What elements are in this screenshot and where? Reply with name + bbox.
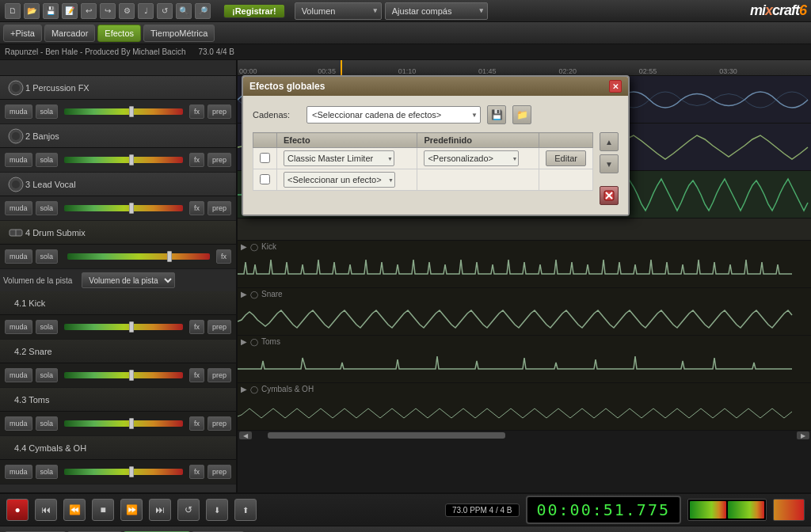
solo-btn-3[interactable]: sola [36,201,59,215]
fader-kick[interactable] [64,324,183,330]
record-settings-icon[interactable]: ⚙ [119,3,135,19]
fx-btn-3[interactable]: fx [189,201,204,215]
fader-2[interactable] [64,157,183,163]
mute-cymbal[interactable]: muda [5,465,32,479]
cymbal-loop-icon[interactable]: ◯ [250,386,258,393]
prep-btn-1[interactable]: prep [208,104,231,119]
prep-kick[interactable]: prep [208,320,231,334]
fx-btn-4[interactable]: fx [216,249,231,264]
preset-dropdown-1[interactable]: <Personalizado> [424,150,519,166]
prep-btn-2[interactable]: prep [208,153,231,167]
marker-button[interactable]: Marcador [44,25,95,42]
time-metric-button[interactable]: TiempoMétrica [143,25,215,42]
zoom-out-icon[interactable]: 🔎 [195,3,211,19]
playhead[interactable] [341,60,342,75]
effect-checkbox-2[interactable] [260,174,270,184]
mute-btn-4[interactable]: muda [5,249,32,264]
forward-button[interactable]: ⏩ [120,499,143,521]
peak-indicator[interactable] [773,499,805,521]
loop-transport-button[interactable]: ↺ [177,499,200,521]
add-track-button[interactable]: +Pista [3,25,42,42]
prep-snare[interactable]: prep [208,368,231,382]
snare-loop-icon[interactable]: ◯ [250,291,258,298]
kick-loop-icon[interactable]: ◯ [250,243,258,251]
fader-thumb-3[interactable] [129,203,134,214]
scroll-left-btn[interactable]: ◀ [239,431,252,439]
snare-expand-icon[interactable]: ▶ [241,290,247,298]
undo-icon[interactable]: ↩ [81,3,97,19]
import-button[interactable]: ⬇ [206,499,228,521]
fader-3[interactable] [64,205,183,211]
move-down-button[interactable]: ▼ [600,154,619,173]
toms-loop-icon[interactable]: ◯ [250,338,258,346]
solo-kick[interactable]: sola [36,320,59,334]
volume-dropdown-select[interactable]: Volumen de la pista [82,272,175,288]
rewind-button[interactable]: ⏮ [35,499,57,521]
fader-thumb-4[interactable] [167,251,172,262]
volume-dropdown[interactable]: Volumen [295,2,382,20]
stop-button[interactable]: ■ [92,499,114,521]
prep-toms[interactable]: prep [208,416,231,431]
fx-btn-1[interactable]: fx [189,104,204,119]
solo-btn-2[interactable]: sola [36,153,59,167]
save-as-icon[interactable]: 📝 [62,3,78,19]
chains-select[interactable]: <Seleccionar cadena de efectos> [307,106,481,124]
scroll-thumb[interactable] [268,432,505,439]
kick-expand-icon[interactable]: ▶ [241,242,247,251]
mute-snare[interactable]: muda [5,368,32,382]
prep-cymbal[interactable]: prep [208,465,231,479]
back-button[interactable]: ⏪ [63,499,86,521]
metronome-icon[interactable]: ♩ [138,3,154,19]
zoom-in-icon[interactable]: 🔍 [176,3,192,19]
solo-btn-4[interactable]: sola [36,249,59,264]
effect-dropdown-2[interactable]: <Seleccionar un efecto> [284,172,395,188]
mute-btn-3[interactable]: muda [5,201,32,215]
prep-btn-3[interactable]: prep [208,201,231,215]
register-button[interactable]: ¡Registrar! [223,4,285,18]
adjust-dropdown[interactable]: Ajustar compás [385,2,488,20]
fader-snare[interactable] [64,372,183,378]
toolbar2: +Pista Marcador Efectos TiempoMétrica [0,22,811,44]
chains-load-btn[interactable]: 📁 [512,105,531,124]
end-button[interactable]: ⏭ [149,499,171,521]
move-up-button[interactable]: ▲ [600,132,619,151]
scroll-right-btn[interactable]: ▶ [797,431,809,439]
dialog-close-button[interactable]: ✕ [609,80,622,93]
mute-kick[interactable]: muda [5,320,32,334]
effect-checkbox-1[interactable] [260,153,270,163]
solo-cymbal[interactable]: sola [36,465,59,479]
cymbal-expand-icon[interactable]: ▶ [241,385,247,393]
save-icon[interactable]: 💾 [43,3,59,19]
fader-thumb-1[interactable] [129,106,134,117]
solo-snare[interactable]: sola [36,368,59,382]
toms-expand-icon[interactable]: ▶ [241,337,247,346]
effect-dropdown-1[interactable]: Classic Master Limiter [284,150,394,166]
solo-toms[interactable]: sola [36,416,59,431]
new-icon[interactable]: 🗋 [5,3,21,19]
fader-4[interactable] [67,253,210,260]
horizontal-scrollbar[interactable]: ◀ ▶ [238,431,811,440]
solo-btn-1[interactable]: sola [36,104,59,119]
fx-kick[interactable]: fx [189,320,204,334]
record-button[interactable]: ● [6,499,29,521]
fx-btn-2[interactable]: fx [189,153,204,167]
edit-button-1[interactable]: Editar [546,150,586,166]
effects-button[interactable]: Efectos [97,25,141,42]
loop-icon[interactable]: ↺ [157,3,173,19]
mute-toms[interactable]: muda [5,416,32,431]
fader-cymbal[interactable] [64,469,183,475]
fader-1[interactable] [64,108,183,115]
delete-effect-button[interactable] [600,186,619,205]
mute-btn-1[interactable]: muda [5,104,32,119]
redo-icon[interactable]: ↪ [100,3,116,19]
fx-snare[interactable]: fx [189,368,204,382]
mute-btn-2[interactable]: muda [5,153,32,167]
open-icon[interactable]: 📂 [24,3,40,19]
fader-thumb-2[interactable] [129,154,134,165]
effects-dialog: Efectos globales ✕ Cadenas: <Seleccionar… [242,75,630,216]
chains-save-btn[interactable]: 💾 [487,105,506,124]
fader-toms[interactable] [64,420,183,427]
export-button[interactable]: ⬆ [234,499,257,521]
fx-cymbal[interactable]: fx [189,465,204,479]
fx-toms[interactable]: fx [189,416,204,431]
